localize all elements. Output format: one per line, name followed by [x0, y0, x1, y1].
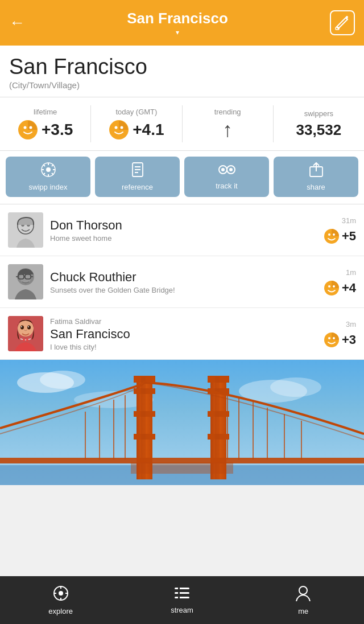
avatar — [8, 264, 43, 299]
svg-line-17 — [43, 173, 45, 175]
post-text: Home sweet home — [50, 234, 317, 243]
header-title-wrapper: San Francisco ▾ — [25, 10, 330, 36]
header-title: San Francisco — [127, 10, 228, 27]
share-button[interactable]: share — [274, 157, 358, 197]
action-buttons: swipp index reference — [0, 151, 364, 204]
svg-point-45 — [333, 285, 335, 288]
chevron-down-icon[interactable]: ▾ — [176, 28, 179, 36]
stat-lifetime: lifetime +3.5 — [0, 105, 91, 142]
list-item[interactable]: Don Thorson Home sweet home 31m +5 — [0, 204, 364, 256]
svg-point-61 — [270, 377, 321, 397]
reference-button[interactable]: reference — [95, 157, 180, 197]
score-value: +4 — [342, 281, 356, 295]
post-content: Don Thorson Home sweet home — [50, 218, 317, 243]
back-button[interactable]: ← — [9, 14, 25, 32]
score-value: +3 — [342, 332, 356, 347]
main-card: San Francisco (City/Town/Village) lifeti… — [0, 46, 364, 204]
smiley-today-icon — [109, 120, 129, 140]
svg-point-7 — [115, 126, 118, 129]
svg-rect-95 — [178, 597, 180, 598]
swippers-number: 33,532 — [296, 121, 342, 139]
nav-stream[interactable]: stream — [121, 576, 242, 624]
nav-me[interactable]: me — [243, 576, 364, 624]
post-score: +4 — [324, 280, 356, 296]
post-score: +5 — [324, 228, 356, 244]
track-it-label: track it — [216, 182, 237, 190]
list-item[interactable]: Fatima Saldivar San Francisco I love thi… — [0, 308, 364, 360]
stat-trending: trending ↑ — [183, 105, 274, 142]
smiley-lifetime-icon — [18, 120, 38, 140]
svg-point-55 — [328, 337, 330, 339]
svg-point-50 — [21, 326, 22, 327]
stat-swippers: swippers 33,532 — [274, 107, 364, 141]
svg-point-52 — [23, 339, 25, 341]
lifetime-label: lifetime — [34, 108, 57, 116]
today-number: +4.1 — [133, 121, 164, 139]
me-label: me — [298, 607, 308, 615]
svg-point-5 — [29, 126, 32, 129]
reference-icon — [131, 162, 144, 179]
post-meta: 3m +3 — [324, 320, 356, 348]
share-label: share — [307, 183, 325, 191]
svg-rect-87 — [131, 462, 233, 474]
svg-rect-91 — [175, 592, 189, 594]
svg-point-34 — [333, 233, 335, 236]
post-username: Fatima Saldivar — [50, 317, 317, 326]
list-item[interactable]: Chuck Routhier Sunsets over the Golden G… — [0, 256, 364, 308]
smiley-post-icon — [324, 228, 340, 244]
svg-point-4 — [23, 126, 26, 129]
svg-line-15 — [43, 165, 45, 166]
bridge-image — [0, 360, 364, 485]
svg-point-44 — [328, 285, 330, 288]
swipp-index-button[interactable]: swipp index — [6, 157, 90, 197]
svg-rect-93 — [178, 588, 180, 589]
stream-label: stream — [171, 606, 193, 614]
post-author: Chuck Routhier — [50, 270, 317, 285]
today-value: +4.1 — [109, 120, 164, 140]
lifetime-number: +3.5 — [42, 121, 73, 139]
post-content: Fatima Saldivar San Francisco I love thi… — [50, 316, 317, 351]
edit-icon[interactable] — [330, 10, 355, 35]
svg-line-18 — [52, 173, 53, 175]
city-type: (City/Town/Village) — [0, 79, 364, 97]
bottom-nav: explore stream me — [0, 576, 364, 624]
post-meta: 31m +5 — [324, 216, 356, 244]
header: ← San Francisco ▾ — [0, 0, 364, 46]
post-city: San Francisco — [50, 327, 317, 342]
stats-row: lifetime +3.5 today (GMT) — [0, 97, 364, 151]
svg-point-53 — [26, 339, 28, 341]
svg-point-49 — [27, 326, 31, 330]
svg-point-33 — [328, 233, 330, 236]
explore-icon — [53, 585, 69, 604]
svg-point-96 — [299, 586, 307, 594]
smiley-post-icon — [324, 332, 340, 348]
share-icon — [309, 162, 323, 179]
post-time: 31m — [342, 216, 356, 225]
svg-point-59 — [40, 371, 85, 389]
post-text: Sunsets over the Golden Gate Bridge! — [50, 286, 317, 294]
reference-label: reference — [122, 183, 153, 191]
svg-point-89 — [59, 591, 63, 596]
trending-label: trending — [214, 108, 241, 116]
swippers-label: swippers — [304, 109, 333, 118]
svg-point-2 — [346, 16, 348, 18]
score-value: +5 — [342, 229, 356, 244]
svg-point-51 — [28, 326, 29, 327]
trending-up-icon: ↑ — [222, 120, 233, 140]
nav-explore[interactable]: explore — [0, 576, 121, 624]
avatar — [8, 212, 43, 248]
svg-point-48 — [20, 326, 24, 330]
svg-line-16 — [52, 165, 53, 166]
today-label: today (GMT) — [115, 108, 157, 116]
svg-rect-90 — [175, 588, 189, 589]
city-name: San Francisco — [0, 46, 364, 79]
post-meta: 1m +4 — [324, 268, 356, 296]
svg-rect-94 — [178, 592, 180, 594]
post-time: 3m — [346, 320, 356, 329]
track-it-button[interactable]: track it — [184, 157, 269, 197]
stat-today: today (GMT) +4.1 — [91, 105, 182, 142]
svg-point-25 — [221, 168, 225, 171]
post-time: 1m — [346, 268, 356, 277]
svg-point-56 — [333, 337, 335, 339]
explore-label: explore — [48, 607, 73, 615]
